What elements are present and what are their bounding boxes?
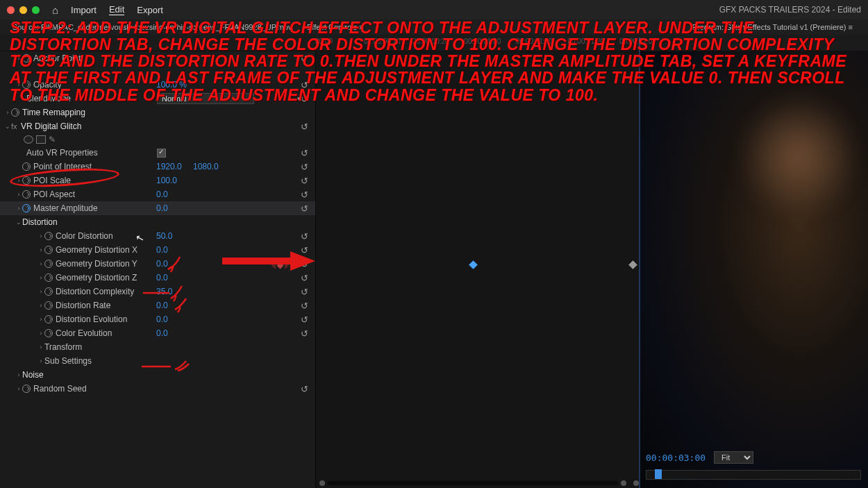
scroll-handle-left[interactable] (319, 480, 325, 486)
noise-row: › Noise (0, 368, 315, 382)
stopwatch-icon[interactable] (44, 329, 53, 337)
keyframe-marker[interactable] (469, 260, 478, 269)
zoom-fit-select[interactable]: Fit (714, 451, 753, 464)
distortion-section-row: ⌄ Distortion (0, 215, 315, 229)
twirl-icon[interactable]: › (37, 357, 44, 364)
fx-icon[interactable]: fx (11, 122, 21, 131)
stopwatch-icon[interactable] (44, 274, 53, 282)
reset-icon[interactable]: ↺ (301, 245, 308, 255)
stopwatch-icon[interactable] (22, 385, 31, 393)
minimize-window-button[interactable] (19, 6, 27, 14)
stopwatch-icon[interactable] (44, 301, 53, 310)
twirl-icon[interactable]: ⌄ (15, 219, 22, 226)
reset-icon[interactable]: ↺ (301, 314, 308, 325)
twirl-icon[interactable]: › (37, 288, 44, 295)
reset-icon[interactable]: ↺ (301, 121, 308, 132)
prev-keyframe-icon[interactable] (270, 262, 276, 269)
twirl-icon[interactable]: › (4, 109, 11, 116)
distortion-evolution-value[interactable]: 0.0 (156, 314, 168, 324)
master-amplitude-value[interactable]: 0.0 (156, 203, 168, 213)
distortion-rate-row: › Distortion Rate 0.0 ↺ (0, 298, 315, 312)
reset-icon[interactable]: ↺ (301, 259, 308, 269)
distortion-complexity-value[interactable]: 35.0 (156, 287, 172, 296)
distortion-complexity-row: › Distortion Complexity 35.0 ↺ (0, 285, 315, 298)
geo-dist-y-value[interactable]: 0.0 (156, 259, 168, 269)
twirl-icon[interactable]: › (37, 316, 44, 323)
app-menubar: ⌂ Import Edit Export GFX PACKS TRAILERS … (0, 0, 868, 19)
twirl-icon[interactable]: › (15, 371, 22, 378)
ellipse-mask-button[interactable] (24, 135, 33, 144)
distortion-rate-value[interactable]: 0.0 (156, 301, 168, 310)
twirl-icon[interactable]: › (37, 260, 44, 267)
scroll-end-dot[interactable] (633, 480, 639, 486)
color-distortion-value[interactable]: 50.0 (156, 231, 172, 241)
keyframe-marker[interactable] (628, 260, 637, 269)
twirl-icon[interactable]: › (15, 205, 22, 212)
twirl-icon[interactable]: › (37, 344, 44, 351)
preview-viewport[interactable] (639, 51, 868, 488)
reset-icon[interactable]: ↺ (301, 384, 308, 394)
timecode-display[interactable]: 00:00:03:00 (646, 453, 706, 463)
stopwatch-icon[interactable] (44, 232, 53, 240)
geo-dist-x-row: › Geometry Distortion X 0.0 ↺ (0, 243, 315, 257)
twirl-icon[interactable]: › (37, 274, 44, 281)
maximize-window-button[interactable] (32, 6, 40, 14)
add-keyframe-icon[interactable] (277, 262, 284, 269)
preview-scrubber[interactable] (646, 470, 861, 480)
home-icon[interactable]: ⌂ (52, 4, 58, 16)
menu-edit[interactable]: Edit (109, 4, 124, 15)
poi-y-value[interactable]: 1080.0 (193, 162, 219, 171)
twirl-icon[interactable]: › (37, 246, 44, 253)
noise-label: Noise (22, 370, 44, 380)
timeline-horizontal-scroll[interactable] (319, 480, 639, 487)
reset-icon[interactable]: ↺ (301, 287, 308, 297)
twirl-icon[interactable]: › (15, 191, 22, 198)
poi-scale-value[interactable]: 100.0 (156, 176, 177, 185)
menu-export[interactable]: Export (137, 5, 163, 15)
master-amplitude-row: › Master Amplitude 0.0 ↺ (0, 201, 315, 215)
master-amplitude-keyframe-lane[interactable] (316, 258, 639, 272)
geo-dist-x-value[interactable]: 0.0 (156, 245, 168, 255)
keyframe-timeline-area[interactable] (315, 51, 639, 488)
geo-dist-z-value[interactable]: 0.0 (156, 273, 168, 283)
reset-icon[interactable]: ↺ (301, 273, 308, 283)
reset-icon[interactable]: ↺ (301, 203, 308, 214)
poi-aspect-value[interactable]: 0.0 (156, 190, 168, 199)
twirl-icon[interactable]: › (37, 233, 44, 239)
menu-import[interactable]: Import (71, 5, 97, 15)
twirl-icon[interactable]: › (37, 302, 44, 309)
next-keyframe-icon[interactable] (285, 262, 290, 269)
poi-x-value[interactable]: 1920.0 (156, 162, 182, 171)
keyframe-nav-cluster[interactable] (270, 262, 290, 269)
stopwatch-icon[interactable] (22, 162, 31, 171)
stopwatch-icon[interactable] (44, 287, 53, 296)
twirl-icon[interactable]: › (37, 330, 44, 337)
stopwatch-icon[interactable] (22, 190, 31, 199)
scroll-handle-right[interactable] (621, 480, 626, 486)
scroll-track[interactable] (328, 481, 618, 485)
stopwatch-icon[interactable] (11, 108, 19, 117)
reset-icon[interactable]: ↺ (301, 190, 308, 200)
auto-vr-checkbox[interactable] (157, 149, 166, 158)
playhead-line[interactable] (639, 37, 640, 488)
stopwatch-icon[interactable] (44, 260, 53, 268)
reset-icon[interactable]: ↺ (301, 162, 308, 172)
preview-content (743, 86, 854, 225)
preview-playhead[interactable] (655, 469, 662, 479)
reset-icon[interactable]: ↺ (301, 176, 308, 186)
rect-mask-button[interactable] (36, 135, 46, 144)
twirl-icon[interactable]: › (15, 385, 22, 392)
stopwatch-icon[interactable] (22, 204, 31, 212)
reset-icon[interactable]: ↺ (301, 231, 308, 242)
stopwatch-icon[interactable] (44, 246, 53, 254)
reset-icon[interactable]: ↺ (301, 148, 308, 158)
stopwatch-icon[interactable] (22, 176, 31, 185)
stopwatch-icon[interactable] (44, 315, 53, 323)
reset-icon[interactable]: ↺ (301, 328, 308, 339)
twirl-icon[interactable]: › (15, 177, 22, 184)
reset-icon[interactable]: ↺ (301, 301, 308, 311)
twirl-icon[interactable]: ⌄ (4, 123, 11, 130)
pen-mask-button[interactable]: ✎ (49, 135, 56, 144)
color-evolution-value[interactable]: 0.0 (156, 328, 168, 338)
close-window-button[interactable] (7, 6, 15, 14)
